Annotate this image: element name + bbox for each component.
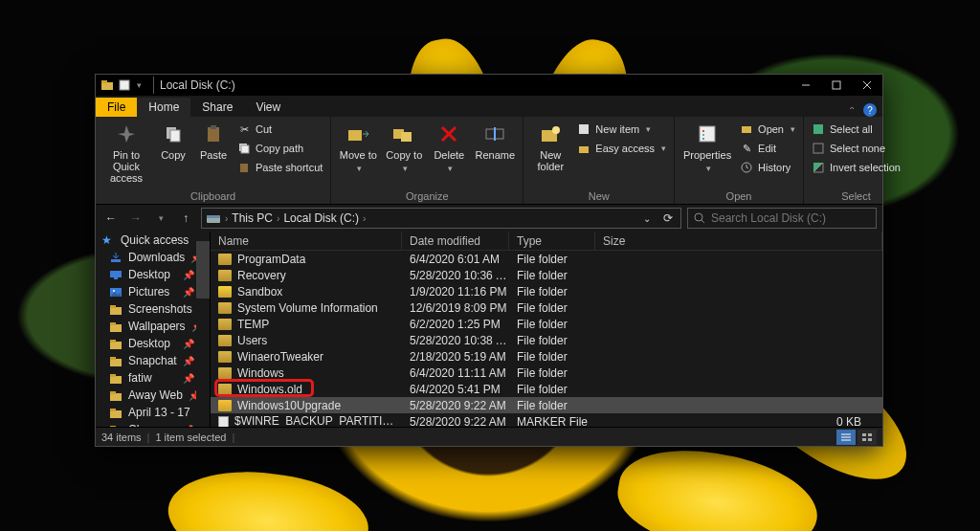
delete-button[interactable]: Delete▾ (431, 121, 467, 174)
chevron-right-icon[interactable]: › (225, 213, 228, 224)
file-row[interactable]: Sandbox1/9/2020 11:16 PMFile folder (211, 283, 882, 299)
folder-icon (109, 388, 122, 402)
col-size[interactable]: Size (595, 232, 882, 250)
address-dropdown-button[interactable]: ⌄ (638, 213, 656, 224)
nav-up-button[interactable]: ↑ (176, 209, 195, 228)
file-date: 1/9/2020 11:16 PM (402, 285, 509, 299)
window-title: Local Disk (C:) (160, 78, 235, 92)
col-name[interactable]: Name (211, 232, 402, 250)
file-row[interactable]: Users5/28/2020 10:38 AMFile folder (211, 332, 882, 348)
select-none-button[interactable]: Select none (812, 140, 901, 157)
col-date[interactable]: Date modified (402, 232, 509, 250)
help-icon[interactable]: ? (863, 103, 877, 117)
svg-marker-7 (118, 125, 135, 143)
address-bar[interactable]: › This PC › Local Disk (C:) › ⌄ ⟳ (201, 208, 681, 229)
nav-item[interactable]: Snapchat📌 (96, 352, 210, 369)
file-name: $WINRE_BACKUP_PARTITION.MARKER (234, 414, 402, 427)
tab-home[interactable]: Home (137, 98, 190, 117)
edit-button[interactable]: ✎Edit (740, 140, 795, 157)
nav-item[interactable]: Wallpapers📌 (96, 318, 210, 335)
titlebar[interactable]: ▾ Local Disk (C:) (96, 75, 882, 96)
nav-pane[interactable]: ★ Quick access Downloads📌Desktop📌Picture… (96, 232, 211, 427)
invert-selection-button[interactable]: Invert selection (812, 159, 901, 176)
view-thumbnails-button[interactable] (858, 430, 877, 445)
search-input[interactable] (711, 211, 870, 225)
group-label-open: Open (682, 188, 795, 202)
select-all-button[interactable]: Select all (812, 121, 901, 138)
move-to-button[interactable]: Move to▾ (339, 121, 377, 174)
collapse-ribbon-icon[interactable]: ⌃ (848, 105, 856, 116)
nav-item[interactable]: Screenshots📌 (96, 300, 210, 318)
breadcrumb-location[interactable]: Local Disk (C:) (283, 211, 359, 225)
file-row[interactable]: WinaeroTweaker2/18/2020 5:19 AMFile fold… (211, 348, 882, 365)
paste-shortcut-button[interactable]: Paste shortcut (237, 159, 323, 176)
svg-rect-0 (101, 82, 113, 90)
nav-item[interactable]: Downloads📌 (96, 249, 210, 266)
nav-item[interactable]: fatiw📌 (96, 369, 210, 387)
pin-to-quick-access-button[interactable]: Pin to Quick access (103, 121, 149, 184)
group-clipboard: Pin to Quick access Copy Paste ✂Cut Copy… (96, 117, 331, 204)
nav-scrollbar-thumb[interactable] (196, 241, 210, 299)
folder-icon (218, 319, 232, 330)
nav-item[interactable]: Change📌 (96, 421, 210, 427)
tab-view[interactable]: View (244, 98, 292, 117)
nav-quick-access[interactable]: ★ Quick access (96, 232, 210, 249)
nav-item[interactable]: Desktop📌 (96, 335, 210, 352)
file-row[interactable]: Windows6/4/2020 11:11 AMFile folder (211, 365, 882, 381)
nav-item[interactable]: April 13 - 17📌 (96, 404, 210, 421)
nav-item[interactable]: Away Web📌 (96, 387, 210, 404)
chevron-right-icon[interactable]: › (363, 213, 366, 224)
tab-share[interactable]: Share (190, 98, 244, 117)
nav-recent-button[interactable]: ▾ (151, 209, 170, 228)
properties-quick-icon[interactable] (117, 77, 132, 93)
paste-button[interactable]: Paste (197, 121, 230, 161)
svg-rect-35 (207, 215, 220, 218)
svg-rect-56 (110, 409, 116, 411)
minimize-button[interactable] (791, 75, 821, 96)
search-box[interactable] (687, 208, 877, 229)
svg-point-28 (702, 134, 704, 136)
tab-file[interactable]: File (96, 98, 137, 117)
rename-button[interactable]: Rename (475, 121, 515, 161)
file-row[interactable]: System Volume Information12/6/2019 8:09 … (211, 299, 882, 316)
file-row[interactable]: Windows10Upgrade5/28/2020 9:22 AMFile fo… (211, 397, 882, 413)
breadcrumb-this-pc[interactable]: This PC (232, 211, 273, 225)
new-folder-button[interactable]: New folder (531, 121, 569, 172)
easy-access-button[interactable]: Easy access▾ (577, 140, 666, 157)
nav-back-button[interactable]: ← (101, 209, 121, 228)
file-name: Windows (237, 366, 284, 380)
group-label-new: New (531, 188, 666, 202)
file-row[interactable]: Recovery5/28/2020 10:36 AMFile folder (211, 267, 882, 283)
copy-button[interactable]: Copy (157, 121, 189, 161)
history-button[interactable]: History (740, 159, 795, 176)
qat-dropdown-icon[interactable]: ▾ (134, 77, 144, 93)
group-label-organize: Organize (339, 188, 515, 202)
maximize-button[interactable] (821, 75, 852, 96)
column-headers[interactable]: Name Date modified Type Size (211, 232, 882, 251)
file-date: 6/2/2020 1:25 PM (402, 318, 509, 331)
copy-path-button[interactable]: Copy path (237, 140, 323, 157)
open-button[interactable]: Open▾ (740, 121, 795, 138)
nav-item[interactable]: Desktop📌 (96, 266, 210, 283)
properties-button[interactable]: Properties▾ (682, 121, 732, 174)
nav-item[interactable]: Pictures📌 (96, 283, 210, 300)
nav-item-label: Desktop (128, 337, 170, 350)
folder-icon (109, 406, 122, 419)
col-type[interactable]: Type (509, 232, 595, 250)
refresh-button[interactable]: ⟳ (659, 211, 677, 225)
file-row[interactable]: ProgramData6/4/2020 6:01 AMFile folder (211, 251, 882, 267)
cut-button[interactable]: ✂Cut (237, 121, 323, 138)
file-row[interactable]: Windows.old6/4/2020 5:41 PMFile folder (211, 381, 882, 397)
copy-to-button[interactable]: Copy to▾ (385, 121, 423, 174)
paste-icon (200, 121, 227, 147)
file-row[interactable]: $WINRE_BACKUP_PARTITION.MARKER5/28/2020 … (211, 413, 882, 427)
svg-rect-32 (813, 124, 823, 134)
nav-forward-button[interactable]: → (126, 209, 145, 228)
view-details-button[interactable] (836, 430, 856, 445)
new-item-button[interactable]: New item▾ (577, 121, 666, 138)
file-date: 5/28/2020 10:38 AM (402, 334, 509, 347)
close-button[interactable] (852, 75, 882, 96)
chevron-right-icon[interactable]: › (277, 213, 279, 224)
file-row[interactable]: TEMP6/2/2020 1:25 PMFile folder (211, 316, 882, 332)
copy-path-icon (237, 142, 251, 155)
